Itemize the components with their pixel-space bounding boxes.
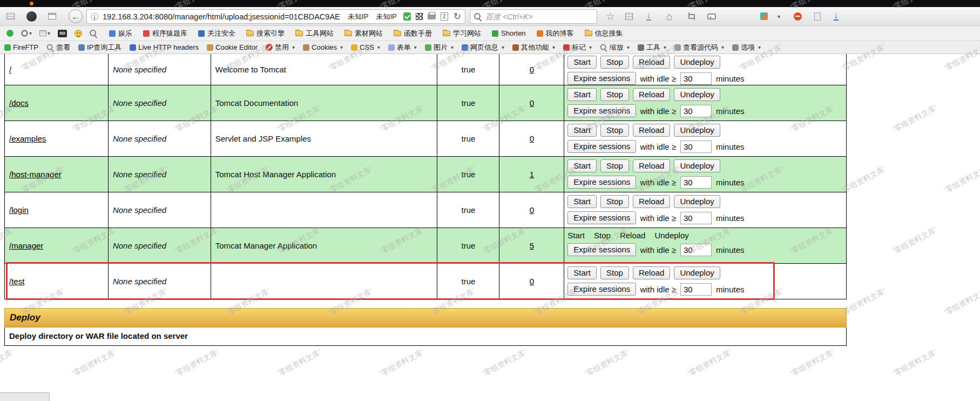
idle-minutes-input[interactable] bbox=[680, 105, 712, 117]
devbar-item[interactable]: Cookie Editor bbox=[207, 43, 258, 51]
idle-minutes-input[interactable] bbox=[680, 212, 712, 224]
app-sessions-link[interactable]: 0 bbox=[530, 134, 534, 143]
devbar-item[interactable]: 缩放▾ bbox=[600, 43, 630, 52]
stop-button[interactable]: Stop bbox=[600, 266, 629, 279]
bookmark-item[interactable]: 工具网站 bbox=[295, 29, 334, 38]
bookmark-item[interactable]: 搜索引擎 bbox=[246, 29, 285, 38]
reload-button[interactable]: Reload bbox=[633, 88, 671, 101]
stop-button[interactable]: Stop bbox=[600, 124, 629, 137]
address-bar[interactable]: 192.168.3.204:8080/manager/html/upload;j… bbox=[86, 9, 465, 24]
start-button[interactable]: Start bbox=[567, 88, 597, 101]
security-check-icon[interactable] bbox=[403, 12, 411, 21]
reload-button[interactable]: Reload bbox=[633, 266, 671, 279]
undeploy-button[interactable]: Undeploy bbox=[674, 88, 720, 101]
app-sessions-link[interactable]: 5 bbox=[530, 241, 534, 250]
magnifier-icon[interactable] bbox=[90, 30, 97, 37]
expire-sessions-button[interactable]: Expire sessions bbox=[567, 243, 636, 256]
adblock-icon[interactable] bbox=[794, 12, 802, 21]
expire-sessions-button[interactable]: Expire sessions bbox=[567, 72, 636, 85]
undeploy-button[interactable]: Undeploy bbox=[674, 266, 720, 279]
expire-sessions-button[interactable]: Expire sessions bbox=[567, 104, 636, 117]
devbar-item[interactable]: Cookies▾ bbox=[303, 43, 343, 51]
bookmark-item[interactable]: 素材网站 bbox=[344, 29, 383, 38]
bookmark-item[interactable]: 函数手册 bbox=[394, 29, 432, 38]
stop-button[interactable]: Stop bbox=[600, 159, 629, 172]
reload-button[interactable]: Reload bbox=[633, 159, 671, 172]
app-path-link[interactable]: / bbox=[9, 65, 11, 74]
bookmarks-menu-icon[interactable] bbox=[625, 13, 633, 20]
app-sessions-link[interactable]: 1 bbox=[530, 170, 534, 179]
bookmark-item[interactable]: 我的博客 bbox=[537, 29, 574, 38]
app-path-link[interactable]: /host-manager bbox=[9, 170, 62, 179]
start-button[interactable]: Start bbox=[567, 195, 597, 208]
app-path-link[interactable]: /test bbox=[9, 277, 24, 286]
reload-button[interactable]: ↻ bbox=[454, 12, 461, 21]
app-path-link[interactable]: /login bbox=[9, 205, 29, 215]
start-button[interactable]: Start bbox=[567, 266, 597, 279]
undeploy-button[interactable]: Undeploy bbox=[674, 159, 720, 172]
expire-sessions-button[interactable]: Expire sessions bbox=[567, 211, 636, 224]
home-icon[interactable]: ⌂ bbox=[666, 11, 672, 22]
green-status-icon[interactable] bbox=[6, 30, 13, 37]
bookmark-item[interactable]: 程序猿题库 bbox=[143, 29, 187, 38]
qr-code-icon[interactable] bbox=[416, 13, 423, 20]
devbar-item[interactable]: Live HTTP headers bbox=[130, 43, 199, 51]
devbar-item[interactable]: 网页信息▾ bbox=[462, 43, 504, 52]
app-path-link[interactable]: /docs bbox=[9, 98, 29, 108]
reload-button[interactable]: Reload bbox=[633, 56, 671, 69]
feedback-bubble-icon[interactable] bbox=[707, 14, 716, 19]
undeploy-button[interactable]: Undeploy bbox=[674, 56, 720, 69]
devbar-item[interactable]: 图片▾ bbox=[425, 43, 454, 52]
devbar-item[interactable]: 查看源代码▾ bbox=[674, 43, 724, 52]
addon-icon[interactable] bbox=[760, 12, 768, 20]
devbar-item[interactable]: 选项▾ bbox=[732, 43, 761, 52]
devbar-item[interactable]: IP查询工具 bbox=[78, 43, 121, 52]
bookmark-item[interactable]: 娱乐 bbox=[109, 29, 132, 38]
extension-circle-icon[interactable] bbox=[26, 11, 37, 22]
idle-minutes-input[interactable] bbox=[680, 72, 712, 85]
reader-mode-icon[interactable] bbox=[6, 13, 15, 19]
start-button[interactable]: Start bbox=[567, 159, 597, 172]
bookmark-item[interactable]: 关注安全 bbox=[198, 29, 235, 38]
start-button[interactable]: Start bbox=[567, 124, 597, 137]
gear-icon[interactable] bbox=[21, 30, 28, 37]
page-count-icon[interactable]: 2 bbox=[441, 12, 448, 21]
undeploy-button[interactable]: Undeploy bbox=[674, 195, 720, 208]
stop-button[interactable]: Stop bbox=[600, 56, 629, 69]
expire-sessions-button[interactable]: Expire sessions bbox=[567, 140, 636, 153]
sd-badge-icon[interactable]: SD bbox=[58, 30, 67, 37]
idle-minutes-input[interactable] bbox=[680, 283, 712, 296]
url-text[interactable]: 192.168.3.204:8080/manager/html/upload;j… bbox=[103, 12, 340, 21]
devbar-item[interactable]: 表单▾ bbox=[388, 43, 417, 52]
start-button[interactable]: Start bbox=[567, 56, 597, 69]
expire-sessions-button[interactable]: Expire sessions bbox=[567, 176, 636, 189]
bookmark-item[interactable]: Shorten bbox=[492, 29, 526, 37]
devbar-item[interactable]: 工具▾ bbox=[638, 43, 666, 52]
smiley-icon[interactable] bbox=[75, 30, 82, 37]
idle-minutes-input[interactable] bbox=[680, 141, 712, 153]
idle-minutes-input[interactable] bbox=[680, 244, 712, 256]
app-path-link[interactable]: /manager bbox=[9, 241, 43, 250]
chevron-down-icon[interactable]: ▾ bbox=[778, 14, 780, 19]
print-icon[interactable] bbox=[428, 14, 436, 19]
app-sessions-link[interactable]: 0 bbox=[530, 205, 534, 215]
reload-button[interactable]: Reload bbox=[633, 195, 671, 208]
download-helper-icon[interactable]: ↓ bbox=[834, 12, 839, 21]
stop-button[interactable]: Stop bbox=[600, 88, 629, 101]
app-sessions-link[interactable]: 0 bbox=[530, 65, 534, 74]
bookmark-item[interactable]: 学习网站 bbox=[443, 29, 481, 38]
app-sessions-link[interactable]: 0 bbox=[530, 98, 534, 108]
undeploy-button[interactable]: Undeploy bbox=[674, 124, 720, 137]
devbar-item[interactable]: 其他功能▾ bbox=[512, 43, 555, 52]
downloads-icon[interactable]: ↓ bbox=[646, 12, 651, 21]
search-input[interactable] bbox=[485, 12, 583, 21]
search-box[interactable] bbox=[470, 9, 597, 24]
window-icon[interactable] bbox=[48, 13, 56, 19]
notes-page-icon[interactable] bbox=[814, 12, 821, 21]
devbar-item[interactable]: 标记▾ bbox=[563, 43, 592, 52]
back-button[interactable]: ← bbox=[69, 9, 83, 23]
bookmark-item[interactable]: 信息搜集 bbox=[585, 29, 623, 38]
devbar-item[interactable]: 查看 bbox=[46, 43, 70, 52]
expire-sessions-button[interactable]: Expire sessions bbox=[567, 283, 636, 296]
devbar-item[interactable]: FireFTP bbox=[4, 43, 38, 51]
